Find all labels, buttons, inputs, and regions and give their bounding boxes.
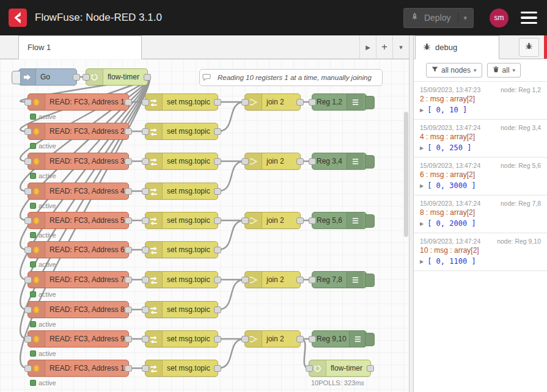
tab-debug[interactable]: debug: [415, 35, 499, 59]
input-port[interactable]: [306, 365, 313, 372]
node-go[interactable]: Go: [18, 68, 77, 85]
input-port[interactable]: [241, 158, 249, 165]
input-port[interactable]: [142, 247, 149, 253]
input-port[interactable]: [309, 336, 316, 343]
input-port[interactable]: [309, 217, 316, 224]
node-set9[interactable]: set msg.topic: [145, 330, 218, 347]
input-port[interactable]: [142, 188, 149, 195]
debug-toggle-button[interactable]: [365, 214, 375, 228]
output-port[interactable]: [125, 247, 132, 253]
input-port[interactable]: [309, 277, 316, 283]
output-port[interactable]: [296, 158, 304, 165]
tab-scroll-button[interactable]: ▶: [359, 35, 376, 59]
output-port[interactable]: [125, 99, 132, 106]
filter-nodes-button[interactable]: all nodes ▾: [426, 63, 482, 78]
wire[interactable]: [218, 220, 244, 250]
input-port[interactable]: [142, 128, 149, 135]
debug-payload[interactable]: [ 0, 10 ]: [427, 106, 467, 114]
output-port[interactable]: [125, 277, 132, 283]
node-reg2[interactable]: Reg 3,4: [312, 153, 367, 170]
output-port[interactable]: [214, 128, 221, 135]
output-port[interactable]: [125, 365, 132, 372]
debug-toggle-button[interactable]: [365, 274, 375, 287]
node-join3[interactable]: join 2: [244, 212, 301, 229]
output-port[interactable]: [214, 158, 221, 165]
debug-payload[interactable]: [ 0, 250 ]: [427, 143, 471, 152]
output-port[interactable]: [125, 336, 132, 343]
node-set7[interactable]: set msg.topic: [145, 271, 218, 288]
wire[interactable]: [301, 339, 309, 368]
node-join1[interactable]: join 2: [244, 93, 301, 111]
output-port[interactable]: [214, 188, 221, 195]
input-port[interactable]: [24, 365, 32, 372]
expand-caret-icon[interactable]: ▶: [420, 259, 424, 264]
output-port[interactable]: [125, 217, 132, 224]
input-port[interactable]: [241, 217, 249, 224]
input-port[interactable]: [24, 99, 32, 106]
debug-payload[interactable]: [ 0, 3000 ]: [427, 181, 475, 190]
node-set10[interactable]: set msg.topic: [145, 360, 218, 377]
input-port[interactable]: [142, 307, 149, 313]
node-set1[interactable]: set msg.topic: [145, 93, 218, 111]
input-port[interactable]: [24, 277, 32, 283]
node-set8[interactable]: set msg.topic: [145, 301, 218, 318]
node-set3[interactable]: set msg.topic: [145, 153, 218, 170]
input-port[interactable]: [24, 307, 32, 313]
input-port[interactable]: [142, 158, 149, 165]
output-port[interactable]: [214, 277, 221, 283]
wire[interactable]: [218, 280, 244, 310]
output-port[interactable]: [214, 247, 221, 253]
input-port[interactable]: [24, 128, 32, 135]
node-ft_top[interactable]: flow-timer: [86, 68, 148, 85]
input-port[interactable]: [24, 336, 32, 343]
input-port[interactable]: [142, 99, 149, 106]
debug-payload[interactable]: [ 0, 1100 ]: [427, 257, 475, 266]
node-reg4[interactable]: Reg 7,8: [312, 271, 367, 288]
output-port[interactable]: [214, 336, 221, 343]
input-port[interactable]: [24, 188, 32, 195]
input-port[interactable]: [83, 74, 90, 81]
node-set2[interactable]: set msg.topic: [145, 123, 218, 140]
output-port[interactable]: [125, 307, 132, 313]
input-port[interactable]: [24, 158, 32, 165]
debug-payload[interactable]: [ 0, 2000 ]: [427, 219, 475, 228]
input-port[interactable]: [24, 247, 32, 253]
node-read1[interactable]: READ: FC3, Address 1active: [28, 93, 129, 111]
sidebar-splitter[interactable]: [409, 35, 414, 392]
clear-messages-button[interactable]: all ▾: [487, 63, 521, 78]
input-port[interactable]: [241, 277, 249, 283]
expand-caret-icon[interactable]: ▶: [420, 183, 424, 189]
output-port[interactable]: [296, 336, 304, 343]
input-port[interactable]: [309, 99, 316, 106]
node-join5[interactable]: join 2: [244, 330, 301, 347]
output-port[interactable]: [296, 99, 304, 106]
add-flow-button[interactable]: +: [376, 35, 392, 59]
flow-canvas[interactable]: Goflow-timerReading 10 registers 1 at a …: [0, 59, 409, 392]
output-port[interactable]: [214, 217, 221, 224]
output-port[interactable]: [296, 277, 304, 283]
input-port[interactable]: [24, 217, 32, 224]
expand-caret-icon[interactable]: ▶: [420, 221, 424, 227]
wire[interactable]: [218, 339, 244, 368]
output-port[interactable]: [125, 128, 132, 135]
node-read3[interactable]: READ: FC3, Address 3active: [28, 153, 129, 170]
output-port[interactable]: [214, 365, 221, 372]
node-read9[interactable]: READ: FC3, Address 9active: [28, 330, 129, 347]
flow-list-button[interactable]: ▾: [392, 35, 409, 59]
inject-button[interactable]: [12, 71, 21, 84]
output-port[interactable]: [125, 158, 132, 165]
node-reg5[interactable]: Reg 9,10: [312, 330, 367, 347]
tab-flow1[interactable]: Flow 1: [18, 35, 142, 59]
open-debug-window-button[interactable]: [519, 38, 539, 57]
deploy-options-button[interactable]: ▾: [463, 14, 467, 22]
main-menu-button[interactable]: [519, 9, 538, 27]
node-read10[interactable]: READ: FC3, Address 10active: [28, 360, 129, 377]
deploy-button[interactable]: Deploy ▾: [403, 8, 474, 28]
node-comment1[interactable]: Reading 10 registers 1 at a time, manual…: [199, 69, 383, 86]
output-port[interactable]: [296, 217, 304, 224]
node-read8[interactable]: READ: FC3, Address 8active: [28, 301, 129, 318]
output-port[interactable]: [214, 99, 221, 106]
output-port[interactable]: [73, 74, 80, 81]
debug-toggle-button[interactable]: [365, 96, 375, 109]
node-read7[interactable]: READ: FC3, Address 7active: [28, 271, 129, 288]
